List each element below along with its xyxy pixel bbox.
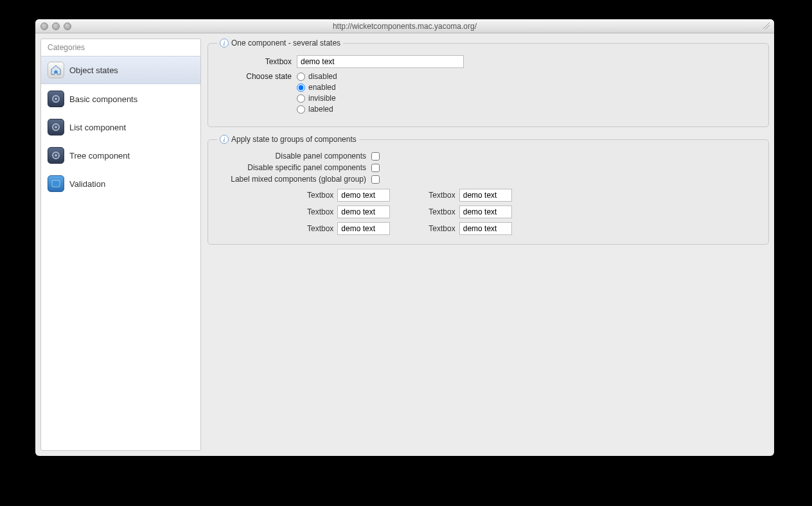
checkbox-label: Disable specific panel components bbox=[217, 163, 371, 172]
main-panel: i One component - several states Textbox… bbox=[207, 39, 769, 451]
textbox-label: Textbox bbox=[217, 57, 297, 66]
textbox-row: Textbox bbox=[307, 205, 390, 218]
legend-text: One component - several states bbox=[231, 39, 340, 48]
textbox-row: Textbox bbox=[307, 222, 390, 235]
info-icon[interactable]: i bbox=[220, 135, 229, 144]
group-one-component: i One component - several states Textbox… bbox=[207, 39, 769, 127]
window-title: http://wicketcomponents.mac.yacoma.org/ bbox=[35, 22, 774, 31]
radio-input-invisible[interactable] bbox=[297, 94, 305, 103]
textbox-label: Textbox bbox=[428, 191, 455, 200]
sidebar-title: Categories bbox=[41, 39, 200, 55]
svg-point-6 bbox=[55, 154, 57, 157]
radio-input-enabled[interactable] bbox=[297, 83, 305, 92]
checkbox-row: Disable panel components bbox=[217, 152, 759, 161]
legend-text: Apply state to groups of components bbox=[231, 135, 357, 144]
svg-point-2 bbox=[55, 98, 57, 100]
textbox-input[interactable] bbox=[337, 222, 390, 235]
svg-point-4 bbox=[55, 126, 57, 128]
sidebar-item-label: Tree component bbox=[69, 151, 130, 161]
group-apply-state: i Apply state to groups of components Di… bbox=[207, 135, 769, 245]
radio-input-labeled[interactable] bbox=[297, 105, 305, 114]
checkbox-input[interactable] bbox=[371, 164, 380, 172]
textbox-input[interactable] bbox=[459, 189, 512, 202]
checkbox-label: Label mixed components (global group) bbox=[217, 175, 371, 184]
checkbox-label: Disable panel components bbox=[217, 152, 371, 161]
textbox-label: Textbox bbox=[428, 207, 455, 216]
textbox-input[interactable] bbox=[337, 205, 390, 218]
textbox-label: Textbox bbox=[307, 207, 333, 216]
sidebar-item-label: Object states bbox=[69, 65, 118, 75]
group-legend: i Apply state to groups of components bbox=[217, 135, 359, 144]
sidebar-item-tree-component[interactable]: Tree component bbox=[41, 142, 200, 169]
choose-state-label: Choose state bbox=[217, 72, 297, 81]
textbox-input[interactable] bbox=[337, 189, 390, 202]
close-button[interactable] bbox=[40, 22, 48, 30]
textbox-label: Textbox bbox=[307, 191, 333, 200]
categories-sidebar: Categories Object statesBasic components… bbox=[40, 39, 201, 451]
textbox-input[interactable] bbox=[459, 205, 512, 218]
comp-icon bbox=[48, 147, 64, 164]
svg-rect-7 bbox=[52, 180, 60, 187]
textbox-row: Textbox bbox=[428, 222, 511, 235]
sidebar-item-label: List component bbox=[69, 123, 126, 132]
svg-point-0 bbox=[55, 71, 58, 74]
radio-disabled[interactable]: disabled bbox=[297, 72, 337, 81]
radio-label: invisible bbox=[308, 94, 336, 103]
sidebar-item-label: Validation bbox=[69, 179, 105, 189]
radio-invisible[interactable]: invisible bbox=[297, 94, 337, 103]
textbox-label: Textbox bbox=[307, 224, 333, 233]
radio-labeled[interactable]: labeled bbox=[297, 105, 337, 114]
home-icon bbox=[48, 62, 64, 78]
content-area: Categories Object statesBasic components… bbox=[35, 33, 774, 456]
app-window: http://wicketcomponents.mac.yacoma.org/ … bbox=[35, 19, 774, 456]
checkbox-row: Disable specific panel components bbox=[217, 163, 759, 172]
sidebar-item-label: Basic components bbox=[69, 94, 137, 104]
textbox-row: Textbox bbox=[428, 189, 511, 202]
titlebar: http://wicketcomponents.mac.yacoma.org/ bbox=[35, 19, 774, 33]
textbox-grid: TextboxTextboxTextbox TextboxTextboxText… bbox=[307, 189, 759, 235]
minimize-button[interactable] bbox=[52, 22, 60, 30]
sidebar-item-validation[interactable]: Validation bbox=[41, 170, 200, 197]
textbox-input[interactable] bbox=[297, 55, 464, 68]
checkbox-input[interactable] bbox=[371, 152, 380, 161]
zoom-button[interactable] bbox=[64, 22, 71, 30]
radio-label: enabled bbox=[308, 83, 336, 92]
radio-enabled[interactable]: enabled bbox=[297, 83, 337, 92]
radio-label: disabled bbox=[308, 72, 337, 81]
val-icon bbox=[48, 175, 64, 192]
traffic-lights bbox=[35, 22, 71, 30]
sidebar-item-object-states[interactable]: Object states bbox=[41, 56, 200, 84]
textbox-input[interactable] bbox=[459, 222, 512, 235]
textbox-row: Textbox bbox=[428, 205, 511, 218]
resize-icon[interactable] bbox=[763, 22, 770, 30]
info-icon[interactable]: i bbox=[220, 39, 229, 48]
sidebar-item-basic-components[interactable]: Basic components bbox=[41, 85, 200, 112]
checkbox-row: Label mixed components (global group) bbox=[217, 175, 759, 184]
radio-input-disabled[interactable] bbox=[297, 73, 305, 81]
sidebar-item-list-component[interactable]: List component bbox=[41, 114, 200, 141]
textbox-label: Textbox bbox=[428, 224, 455, 233]
comp-icon bbox=[48, 119, 64, 135]
radio-label: labeled bbox=[308, 105, 333, 114]
checkbox-input[interactable] bbox=[371, 175, 380, 184]
group-legend: i One component - several states bbox=[217, 39, 343, 48]
comp-icon bbox=[48, 91, 64, 107]
textbox-row: Textbox bbox=[307, 189, 390, 202]
